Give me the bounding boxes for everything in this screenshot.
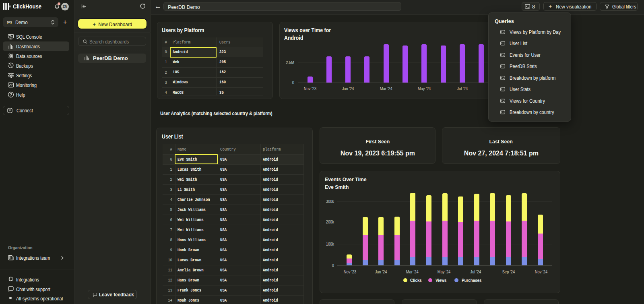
svg-text:aws: aws bbox=[7, 21, 12, 23]
